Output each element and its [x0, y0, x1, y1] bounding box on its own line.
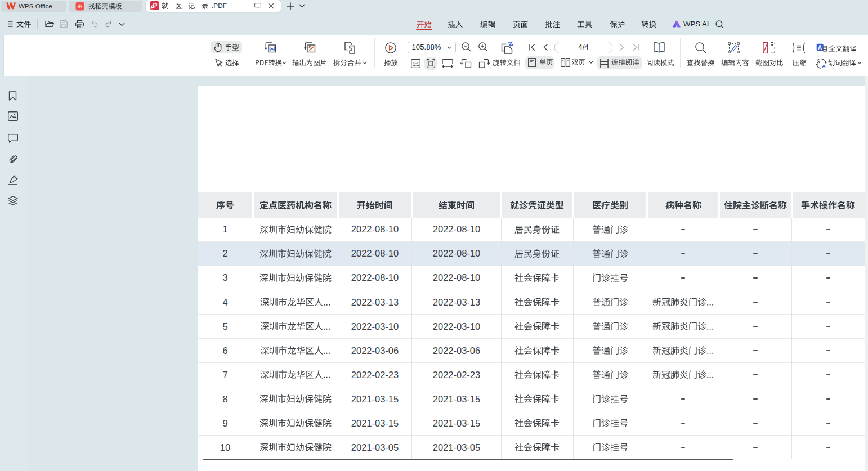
svg-text:A: A — [822, 63, 826, 69]
svg-text:A: A — [818, 44, 822, 51]
svg-text:1:1: 1:1 — [413, 61, 419, 66]
